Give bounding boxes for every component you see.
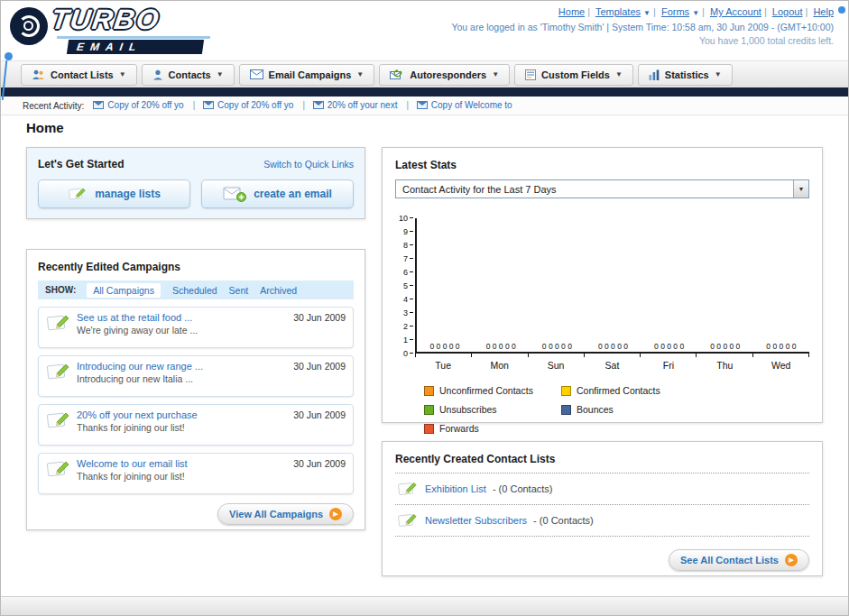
top-link-logout[interactable]: Logout	[772, 6, 803, 17]
recent-campaigns-title: Recently Edited Campaigns	[38, 261, 354, 273]
header: TURBO EMAIL Home| Templates ▼| Forms ▼| …	[1, 1, 848, 60]
view-all-campaigns-button[interactable]: View All Campaigns ▶	[217, 503, 354, 525]
top-link-templates[interactable]: Templates	[595, 6, 641, 17]
stats-period-select[interactable]: Contact Activity for the Last 7 Days ▼	[395, 179, 809, 198]
campaign-date: 30 Jun 2009	[293, 409, 346, 420]
create-email-label: create an email	[254, 188, 332, 200]
recent-activity-label: Recent Activity:	[23, 101, 84, 111]
statistics-icon	[649, 69, 660, 80]
campaign-title-link[interactable]: See us at the retail food ...	[77, 312, 293, 323]
recent-activity-link[interactable]: Copy of 20% off yo	[107, 100, 183, 110]
turbo-email-logo: TURBO EMAIL	[10, 4, 210, 54]
contact-list-link[interactable]: Newsletter Subscribers	[425, 515, 527, 526]
stats-period-value: Contact Activity for the Last 7 Days	[402, 184, 557, 195]
campaign-filter-tab[interactable]: All Campaigns	[87, 283, 161, 298]
top-link-my-account[interactable]: My Account	[710, 6, 761, 17]
chart-x-tick-label: Fri	[641, 360, 697, 371]
recent-activity-bar: Recent Activity: Copy of 20% off yo Copy…	[1, 97, 848, 115]
campaign-title-link[interactable]: Introducing our new range ...	[77, 361, 293, 372]
view-all-campaigns-label: View All Campaigns	[229, 509, 323, 519]
page-title: Home	[26, 120, 64, 135]
decor-dot	[838, 6, 845, 14]
new-email-icon	[223, 186, 246, 202]
legend-label: Unsubscribes	[439, 404, 497, 415]
legend-swatch	[424, 386, 434, 396]
link-separator: |	[702, 6, 705, 17]
contact-list-count: - (0 Contacts)	[533, 515, 594, 526]
header-right: Home| Templates ▼| Forms ▼| My Account| …	[451, 6, 834, 46]
logo-swirl-icon	[10, 7, 48, 45]
nav-tab-statistics[interactable]: Statistics ▼	[638, 64, 733, 86]
top-link-help[interactable]: Help	[813, 6, 834, 17]
legend-swatch	[424, 424, 434, 434]
left-column: Let's Get Started Switch to Quick Links …	[26, 147, 365, 530]
see-all-contact-lists-label: See All Contact Lists	[680, 555, 779, 565]
top-link-forms[interactable]: Forms	[661, 6, 689, 17]
latest-stats-panel: Latest Stats Contact Activity for the La…	[382, 147, 823, 423]
campaign-text: See us at the retail food ... We're givi…	[71, 312, 293, 336]
campaign-subtitle: Thanks for joining our list!	[77, 422, 293, 433]
credits-status: You have 1,000 total credits left.	[451, 35, 834, 46]
contact-list-link[interactable]: Exhibition List	[425, 483, 486, 494]
logo-swoosh	[57, 36, 210, 39]
nav-tab-contact-lists[interactable]: Contact Lists ▼	[21, 64, 137, 86]
chevron-down-icon: ▼	[615, 70, 623, 78]
campaign-filter-tab[interactable]: Archived	[260, 285, 297, 296]
nav-accent-bar	[1, 87, 848, 97]
arrow-right-icon: ▶	[785, 554, 798, 566]
legend-label: Forwards	[439, 423, 479, 434]
chart-plot-area: 0 0 0 0 0 0 0 0 0 0 0 0 0 0 0 0 0 0 0 0 …	[415, 218, 809, 354]
recent-activity-link[interactable]: Copy of Welcome to	[431, 100, 512, 110]
campaign-date: 30 Jun 2009	[293, 312, 346, 323]
top-link-home[interactable]: Home	[558, 6, 585, 17]
create-email-button[interactable]: create an email	[201, 179, 354, 208]
contact-list-count: - (0 Contacts)	[493, 483, 553, 494]
nav-tab-label: Email Campaigns	[269, 69, 352, 80]
nav-tab-custom-fields[interactable]: Custom Fields ▼	[514, 64, 633, 86]
recent-activity-list: Copy of 20% off yo Copy of 20% off yo 20…	[93, 100, 517, 111]
campaign-filter-tab[interactable]: Scheduled	[172, 285, 217, 296]
campaign-title-link[interactable]: Welcome to our email list	[77, 458, 293, 469]
autoresponders-icon	[390, 69, 404, 80]
nav-tab-autoresponders[interactable]: Autoresponders ▼	[379, 64, 510, 86]
nav-tab-contacts[interactable]: Contacts ▼	[142, 64, 235, 86]
recent-activity-item: Copy of Welcome to	[417, 100, 512, 110]
link-separator: |	[653, 6, 656, 17]
envelope-icon	[203, 101, 214, 109]
logo-subtitle: EMAIL	[67, 40, 204, 54]
campaign-list-item: 20% off your next purchase Thanks for jo…	[38, 404, 354, 446]
legend-item: Forwards	[424, 423, 561, 434]
chart-x-tick-label: Sat	[584, 360, 640, 371]
campaign-text: 20% off your next purchase Thanks for jo…	[71, 409, 293, 433]
see-all-contact-lists-button[interactable]: See All Contact Lists ▶	[669, 549, 809, 571]
show-label: SHOW:	[45, 285, 76, 295]
legend-item: Unconfirmed Contacts	[424, 385, 561, 396]
decor-dot	[5, 52, 13, 60]
contact-lists-list: Exhibition List - (0 Contacts) Newslette…	[395, 473, 809, 537]
manage-lists-button[interactable]: manage lists	[38, 179, 190, 208]
recent-activity-link[interactable]: 20% off your next	[328, 100, 398, 110]
logo-text: TURBO EMAIL	[51, 4, 210, 54]
recent-contact-lists-panel: Recently Created Contact Lists Exhibitio…	[382, 441, 823, 576]
legend-label: Unconfirmed Contacts	[439, 385, 533, 396]
main-nav-bar: Contact Lists ▼ Contacts ▼ Email Campaig…	[1, 60, 848, 87]
pencil-paper-icon	[46, 361, 71, 382]
contact-activity-chart: 109876543210 0 0 0 0 0 0 0 0 0 0 0 0 0 0…	[395, 218, 809, 371]
switch-quick-links[interactable]: Switch to Quick Links	[263, 159, 354, 170]
pencil-paper-icon	[46, 409, 71, 431]
chevron-down-icon: ▼	[217, 70, 224, 78]
campaign-title-link[interactable]: 20% off your next purchase	[77, 409, 293, 420]
chevron-down-icon[interactable]: ▼	[793, 180, 808, 198]
chart-legend: Unconfirmed Contacts Confirmed Contacts …	[395, 385, 809, 442]
recent-activity-link[interactable]: Copy of 20% off yo	[217, 100, 293, 110]
contact-list-item: Newsletter Subscribers - (0 Contacts)	[395, 505, 809, 537]
contacts-icon	[152, 69, 163, 80]
campaign-filter-tab[interactable]: Sent	[229, 285, 249, 296]
pencil-paper-icon	[46, 312, 71, 334]
campaign-subtitle: Introducing our new Italia ...	[77, 373, 293, 384]
contact-list-item: Exhibition List - (0 Contacts)	[395, 473, 809, 505]
chart-group-values: 0 0 0 0 0	[529, 342, 585, 351]
chevron-down-icon: ▼	[715, 70, 722, 78]
right-column: Latest Stats Contact Activity for the La…	[382, 147, 823, 576]
nav-tab-email-campaigns[interactable]: Email Campaigns ▼	[239, 64, 375, 86]
